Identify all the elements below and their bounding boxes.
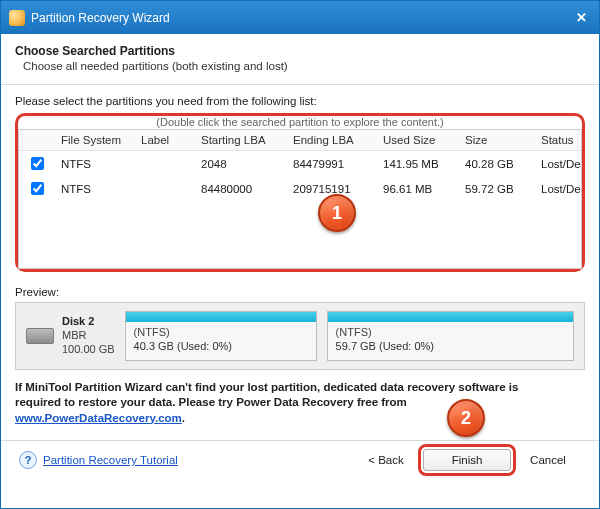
- partition-recovery-wizard-window: Partition Recovery Wizard ✕ Choose Searc…: [0, 0, 600, 509]
- table-row[interactable]: NTFS 84480000 209715191 96.61 MB 59.72 G…: [19, 176, 581, 201]
- page-title: Choose Searched Partitions: [15, 44, 585, 58]
- partition-summary: 40.3 GB (Used: 0%): [134, 340, 308, 354]
- close-icon: ✕: [576, 10, 587, 25]
- partition-usage-bar: [328, 312, 573, 322]
- disk-capacity: 100.00 GB: [62, 343, 115, 357]
- help-icon: ?: [19, 451, 37, 469]
- cell-label: [135, 176, 195, 201]
- cell-filesystem: NTFS: [55, 151, 135, 177]
- col-filesystem[interactable]: File System: [55, 130, 135, 151]
- col-label[interactable]: Label: [135, 130, 195, 151]
- preview-partition-2[interactable]: (NTFS) 59.7 GB (Used: 0%): [327, 311, 574, 361]
- preview-label: Preview:: [15, 286, 585, 298]
- note-text-2: required to restore your data. Please tr…: [15, 396, 407, 408]
- power-data-recovery-link[interactable]: www.PowerDataRecovery.com: [15, 412, 182, 424]
- preview-partition-1[interactable]: (NTFS) 40.3 GB (Used: 0%): [125, 311, 317, 361]
- note-dot: .: [182, 412, 185, 424]
- app-icon: [9, 10, 25, 26]
- double-click-hint: (Double click the searched partition to …: [18, 117, 582, 129]
- cell-label: [135, 151, 195, 177]
- cell-used-size: 96.61 MB: [377, 176, 459, 201]
- window-title: Partition Recovery Wizard: [31, 11, 170, 25]
- finish-button[interactable]: Finish: [423, 449, 511, 471]
- footer-bar: ? Partition Recovery Tutorial 2 < Back F…: [15, 441, 585, 475]
- title-bar: Partition Recovery Wizard ✕: [1, 1, 599, 34]
- partition-usage-bar: [126, 312, 316, 322]
- tutorial-link[interactable]: Partition Recovery Tutorial: [43, 454, 178, 466]
- col-size[interactable]: Size: [459, 130, 535, 151]
- col-used-size[interactable]: Used Size: [377, 130, 459, 151]
- note-text-1: If MiniTool Partition Wizard can't find …: [15, 381, 518, 393]
- preview-panel: Disk 2 MBR 100.00 GB (NTFS) 40.3 GB (Use…: [15, 302, 585, 370]
- cell-used-size: 141.95 MB: [377, 151, 459, 177]
- cell-size: 40.28 GB: [459, 151, 535, 177]
- cell-status: Lost/Deleted: [535, 176, 581, 201]
- preview-disk: Disk 2 MBR 100.00 GB: [26, 315, 115, 356]
- cell-starting-lba: 84480000: [195, 176, 287, 201]
- recovery-note: If MiniTool Partition Wizard can't find …: [15, 380, 585, 427]
- list-prompt: Please select the partitions you need fr…: [15, 95, 585, 107]
- cell-filesystem: NTFS: [55, 176, 135, 201]
- cell-ending-lba: 84479991: [287, 151, 377, 177]
- partition-fs: (NTFS): [134, 326, 308, 340]
- partition-summary: 59.7 GB (Used: 0%): [336, 340, 565, 354]
- disk-name: Disk 2: [62, 315, 115, 329]
- close-button[interactable]: ✕: [571, 9, 591, 27]
- cell-ending-lba: 209715191: [287, 176, 377, 201]
- content-area: Choose Searched Partitions Choose all ne…: [1, 34, 599, 508]
- row-checkbox[interactable]: [31, 157, 44, 170]
- col-status[interactable]: Status: [535, 130, 581, 151]
- cancel-button[interactable]: Cancel: [515, 450, 581, 470]
- divider: [1, 84, 599, 85]
- partition-list: File System Label Starting LBA Ending LB…: [18, 129, 582, 269]
- row-checkbox[interactable]: [31, 182, 44, 195]
- wizard-buttons: 2 < Back Finish Cancel: [353, 449, 581, 471]
- table-row[interactable]: NTFS 2048 84479991 141.95 MB 40.28 GB Lo…: [19, 151, 581, 177]
- disk-icon: [26, 328, 54, 344]
- page-subtitle: Choose all needed partitions (both exist…: [23, 60, 585, 72]
- col-starting-lba[interactable]: Starting LBA: [195, 130, 287, 151]
- disk-type: MBR: [62, 329, 115, 343]
- cell-size: 59.72 GB: [459, 176, 535, 201]
- annotation-1-outline: (Double click the searched partition to …: [15, 113, 585, 272]
- cell-starting-lba: 2048: [195, 151, 287, 177]
- back-button[interactable]: < Back: [353, 450, 419, 470]
- cell-status: Lost/Deleted: [535, 151, 581, 177]
- col-checkbox: [19, 130, 55, 151]
- partition-fs: (NTFS): [336, 326, 565, 340]
- col-ending-lba[interactable]: Ending LBA: [287, 130, 377, 151]
